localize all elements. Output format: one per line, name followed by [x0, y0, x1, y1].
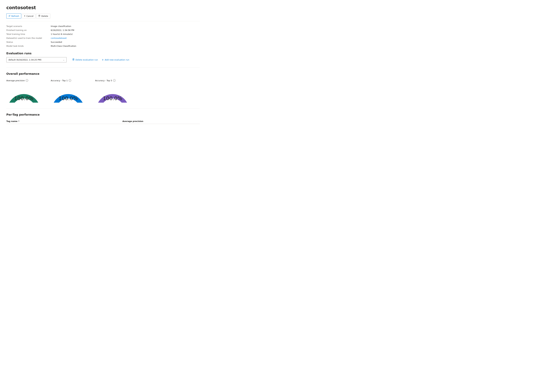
- info-label: Target scenario: [6, 25, 51, 27]
- evaluation-runs-section: Evaluation runs default (6/16/2022, 1:34…: [6, 52, 200, 62]
- info-value: Image classification: [51, 25, 200, 27]
- gauge-label: Average precision i: [6, 79, 28, 82]
- gauge-container: Average precision i 100.0%: [6, 79, 41, 103]
- delete-button[interactable]: Delete: [36, 14, 50, 19]
- info-value: 1 hour(s) 8 minute(s): [51, 33, 200, 35]
- gauge-value: 100.0%: [51, 95, 86, 101]
- cancel-button[interactable]: ✕ Cancel: [22, 14, 35, 18]
- overall-performance-section: Overall performance Average precision i …: [6, 72, 200, 103]
- col-tag-name: Tag name ↑: [6, 120, 123, 122]
- plus-icon: +: [102, 58, 104, 61]
- svg-rect-1: [38, 15, 40, 15]
- gauge-value: 100.0%: [6, 95, 41, 101]
- add-evaluation-run-button[interactable]: + Add new evaluation run: [102, 58, 129, 61]
- info-value: Succeeded: [51, 41, 200, 43]
- svg-rect-0: [39, 15, 40, 15]
- svg-rect-5: [72, 59, 74, 59]
- info-label: Status: [6, 41, 51, 43]
- table-header: Tag name ↑ Average precision: [6, 119, 200, 124]
- per-tag-title: Per-Tag performance: [6, 113, 200, 116]
- cancel-icon: ✕: [24, 15, 26, 17]
- refresh-icon: ↺: [8, 14, 10, 17]
- sort-asc-icon: ↑: [18, 120, 20, 122]
- toolbar: ↺ Refresh ✕ Cancel Delete: [6, 13, 200, 21]
- gauge-wrapper: 100.0%: [51, 84, 86, 103]
- overall-performance-title: Overall performance: [6, 72, 200, 75]
- gauge-container: Accuracy - Top 5 i 100.0%: [95, 79, 130, 103]
- refresh-button[interactable]: ↺ Refresh: [6, 13, 21, 19]
- page-title: contosotest: [6, 5, 200, 10]
- delete-eval-icon: [72, 59, 75, 61]
- info-label: Finished training on: [6, 29, 51, 31]
- col-avg-precision: Average precision: [123, 120, 200, 122]
- eval-row: default (6/16/2022, 1:34:25 PM) ⌄ Delete…: [6, 57, 200, 62]
- evaluation-run-dropdown[interactable]: default (6/16/2022, 1:34:25 PM) ⌄: [6, 57, 67, 62]
- delete-evaluation-run-button[interactable]: Delete evaluation run: [72, 59, 98, 61]
- evaluation-runs-title: Evaluation runs: [6, 52, 200, 55]
- info-grid: Target scenarioImage classificationFinis…: [6, 25, 200, 47]
- gauges-row: Average precision i 100.0% Accuracy - To…: [6, 79, 200, 103]
- info-label: Total training time: [6, 33, 51, 35]
- section-divider: [6, 67, 200, 68]
- per-tag-performance-section: Per-Tag performance Tag name ↑ Average p…: [6, 113, 200, 124]
- info-label: Dataset(s) used to train the model: [6, 37, 51, 39]
- gauge-label: Accuracy - Top 5 i: [95, 79, 116, 82]
- info-label: Model task kinds: [6, 45, 51, 47]
- info-icon[interactable]: i: [69, 79, 71, 82]
- info-value[interactable]: contosodataset: [51, 37, 200, 39]
- info-icon[interactable]: i: [26, 79, 28, 82]
- chevron-down-icon: ⌄: [63, 59, 65, 61]
- gauge-value: 100.0%: [95, 95, 130, 101]
- gauge-wrapper: 100.0%: [95, 84, 130, 103]
- eval-actions: Delete evaluation run + Add new evaluati…: [72, 58, 129, 61]
- info-value: Multi-Class Classification: [51, 45, 200, 47]
- info-value: 6/16/2022, 1:34:58 PM: [51, 29, 200, 31]
- delete-icon: [38, 15, 41, 17]
- gauge-wrapper: 100.0%: [6, 84, 41, 103]
- svg-rect-4: [73, 59, 74, 59]
- info-icon[interactable]: i: [113, 79, 116, 82]
- gauge-label: Accuracy - Top 1 i: [51, 79, 71, 82]
- gauge-container: Accuracy - Top 1 i 100.0%: [51, 79, 86, 103]
